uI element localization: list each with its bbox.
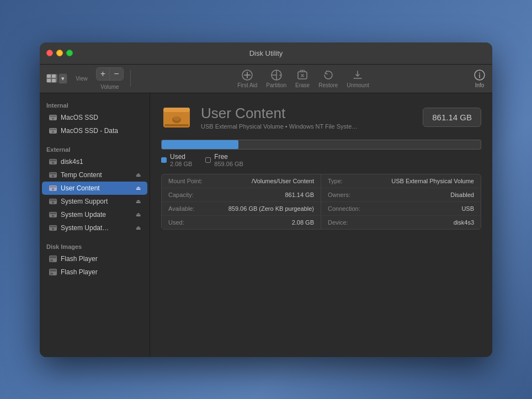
sidebar-item-name: Flash Player <box>61 255 141 263</box>
device-key: Device: <box>328 219 348 226</box>
view-label: View <box>72 76 92 82</box>
info-icon <box>474 69 486 81</box>
svg-point-32 <box>52 202 54 203</box>
svg-rect-1 <box>52 75 56 78</box>
view-control: ▾ <box>46 73 67 84</box>
sidebar-item-flash-player-1[interactable]: Flash Player <box>42 252 147 265</box>
svg-rect-42 <box>50 256 56 258</box>
eject-icon: ⏏ <box>136 172 141 178</box>
volume-icon <box>161 102 192 133</box>
erase-action[interactable]: Erase <box>295 69 310 88</box>
sidebar-item-disk4s1[interactable]: disk4s1 <box>42 155 147 168</box>
window-title: Disk Utility <box>249 49 283 57</box>
svg-rect-45 <box>50 269 56 272</box>
capacity-bar <box>161 140 481 150</box>
unmount-action[interactable]: Unmount <box>347 69 369 88</box>
restore-action[interactable]: Restore <box>318 69 338 88</box>
restore-label: Restore <box>318 82 338 88</box>
sidebar-item-system-support[interactable]: System Support ⏏ <box>42 195 147 208</box>
device-value: disk4s3 <box>454 219 474 226</box>
capacity-used-fill <box>162 140 238 149</box>
owners-row: Owners: Disabled <box>321 188 481 202</box>
sidebar-item-name: System Update <box>61 211 132 219</box>
info-column-left: Mount Point: /Volumes/User Content Capac… <box>162 174 321 229</box>
svg-point-36 <box>52 215 54 216</box>
disk-utility-window: Disk Utility ▾ View + − <box>40 42 492 357</box>
sidebar-item-temp-content[interactable]: Temp Content ⏏ <box>42 168 147 182</box>
connection-row: Connection: USB <box>321 202 481 216</box>
sidebar-item-macos-ssd-data[interactable]: MacOS SSD - Data <box>42 124 147 137</box>
eject-icon: ⏏ <box>136 185 141 191</box>
mount-point-value: /Volumes/User Content <box>252 178 314 184</box>
unmount-label: Unmount <box>347 82 369 88</box>
minimize-button[interactable] <box>56 50 63 56</box>
toolbar-right: Info <box>474 69 486 88</box>
sidebar-item-system-update[interactable]: System Update ⏏ <box>42 208 147 221</box>
svg-point-20 <box>52 162 54 163</box>
svg-rect-2 <box>47 79 51 82</box>
info-column-right: Type: USB External Physical Volume Owner… <box>321 174 481 229</box>
used-label-text: Used 2.08 GB <box>170 153 192 167</box>
mount-point-key: Mount Point: <box>168 178 203 184</box>
add-remove-group: + − Volume <box>96 67 124 90</box>
volume-info: User Content USB External Physical Volum… <box>201 105 414 130</box>
volume-size-display: 861.14 GB <box>423 108 481 127</box>
info-button[interactable]: Info <box>474 69 486 88</box>
sidebar-item-system-update2[interactable]: System Updat… ⏏ <box>42 221 147 235</box>
partition-label: Partition <box>266 82 286 88</box>
view-icon[interactable] <box>46 74 57 83</box>
disk-icon <box>49 113 57 122</box>
disk-icon <box>49 224 57 232</box>
partition-action[interactable]: Partition <box>266 69 286 88</box>
erase-icon <box>296 69 308 81</box>
sidebar-item-name: Flash Player <box>61 268 141 276</box>
available-row: Available: 859.06 GB (Zero KB purgeable) <box>162 202 321 216</box>
svg-rect-3 <box>52 79 56 82</box>
main-content: Internal MacOS SSD <box>40 93 492 357</box>
disk-icon <box>49 197 57 206</box>
info-grid: Mount Point: /Volumes/User Content Capac… <box>161 174 481 230</box>
volume-name: User Content <box>201 105 414 122</box>
svg-point-28 <box>52 189 54 190</box>
eject-icon: ⏏ <box>136 211 141 217</box>
sidebar: Internal MacOS SSD <box>40 93 150 357</box>
maximize-button[interactable] <box>66 50 73 56</box>
eject-icon: ⏏ <box>136 198 141 204</box>
capacity-section: Used 2.08 GB Free 859.06 GB <box>161 140 481 167</box>
first-aid-action[interactable]: First Aid <box>237 69 257 88</box>
owners-key: Owners: <box>328 191 350 198</box>
view-dropdown[interactable]: ▾ <box>58 73 67 84</box>
sidebar-item-user-content[interactable]: User Content ⏏ <box>42 182 147 195</box>
erase-label: Erase <box>295 82 310 88</box>
disk-image-icon <box>49 254 57 263</box>
first-aid-icon <box>241 69 253 81</box>
capacity-labels: Used 2.08 GB Free 859.06 GB <box>161 153 481 167</box>
used-row: Used: 2.08 GB <box>162 216 321 229</box>
available-value: 859.06 GB (Zero KB purgeable) <box>228 205 314 212</box>
remove-button[interactable]: − <box>110 68 123 80</box>
disk-icon <box>49 126 57 135</box>
mount-point-row: Mount Point: /Volumes/User Content <box>162 174 321 188</box>
disk-icon <box>49 184 57 193</box>
toolbar-separator <box>130 70 131 87</box>
toolbar-left: ▾ View <box>46 73 92 84</box>
free-label-group: Free 859.06 GB <box>205 153 243 167</box>
svg-rect-10 <box>50 115 56 117</box>
svg-point-8 <box>479 72 480 73</box>
internal-section-header: Internal <box>40 98 150 111</box>
svg-point-16 <box>52 131 54 132</box>
sidebar-item-name: System Support <box>61 198 132 205</box>
unmount-icon <box>352 69 364 81</box>
svg-rect-43 <box>50 259 53 262</box>
close-button[interactable] <box>46 50 53 56</box>
svg-point-24 <box>52 175 54 177</box>
eject-icon: ⏏ <box>136 225 141 231</box>
type-value: USB External Physical Volume <box>391 178 474 184</box>
connection-value: USB <box>461 205 474 212</box>
device-row: Device: disk4s3 <box>321 216 481 229</box>
add-button[interactable]: + <box>97 68 110 80</box>
sidebar-item-macos-ssd[interactable]: MacOS SSD <box>42 111 147 124</box>
info-label: Info <box>475 82 485 88</box>
disk-icon <box>49 171 57 179</box>
sidebar-item-flash-player-2[interactable]: Flash Player <box>42 265 147 279</box>
